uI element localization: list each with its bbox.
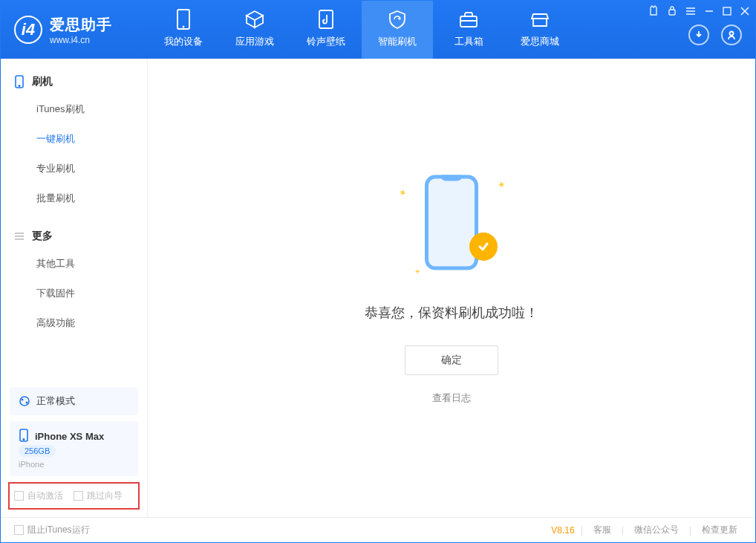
- sidebar-item-oneclick-flash[interactable]: 一键刷机: [1, 124, 147, 154]
- shield-sync-icon: [362, 7, 433, 32]
- svg-rect-3: [460, 16, 477, 27]
- success-message: 恭喜您，保资料刷机成功啦！: [365, 304, 538, 322]
- device-box[interactable]: iPhone XS Max 256GB iPhone: [10, 421, 138, 476]
- sidebar-item-advanced[interactable]: 高级功能: [1, 308, 147, 338]
- svg-point-1: [183, 26, 185, 28]
- footer: 阻止iTunes运行 V8.16 | 客服 | 微信公众号 | 检查更新: [1, 517, 755, 542]
- sparkle-icon: ✦: [397, 185, 409, 199]
- svg-point-22: [23, 439, 25, 440]
- sidebar-section-flash: 刷机: [1, 69, 147, 94]
- device-capacity: 256GB: [19, 445, 56, 457]
- device-phone-icon: [19, 429, 29, 442]
- mode-label: 正常模式: [36, 394, 75, 408]
- sidebar-section-more: 更多: [1, 224, 147, 249]
- svg-rect-2: [319, 10, 333, 28]
- footer-link-support[interactable]: 客服: [589, 524, 616, 536]
- sidebar-item-other-tools[interactable]: 其他工具: [1, 249, 147, 279]
- svg-point-18: [20, 397, 29, 406]
- sparkle-icon: ✦: [496, 178, 508, 192]
- logo-icon: i4: [14, 16, 42, 44]
- cube-icon: [219, 7, 290, 32]
- list-icon: [14, 231, 25, 241]
- app-header: i4 爱思助手 www.i4.cn 我的设备 应用游戏 铃声壁纸 智能刷机 工具…: [1, 1, 755, 59]
- sidebar-item-pro-flash[interactable]: 专业刷机: [1, 154, 147, 183]
- footer-link-wechat[interactable]: 微信公众号: [630, 524, 683, 536]
- version-label: V8.16: [551, 525, 574, 536]
- view-log-link[interactable]: 查看日志: [432, 391, 471, 405]
- app-title: 爱思助手: [50, 15, 112, 35]
- svg-point-12: [730, 32, 734, 36]
- nav-toolbox[interactable]: 工具箱: [433, 1, 504, 59]
- svg-point-14: [19, 85, 20, 87]
- nav-store[interactable]: 爱思商城: [504, 1, 576, 59]
- checkbox-skip-wizard[interactable]: 跳过向导: [74, 490, 123, 502]
- phone-graphic: [425, 175, 478, 270]
- menu-icon[interactable]: [685, 5, 696, 19]
- sidebar-item-itunes-flash[interactable]: iTunes刷机: [1, 94, 147, 124]
- download-button[interactable]: [688, 25, 709, 45]
- sidebar-item-batch-flash[interactable]: 批量刷机: [1, 183, 147, 213]
- sidebar-item-download-firmware[interactable]: 下载固件: [1, 279, 147, 308]
- svg-rect-9: [723, 7, 731, 15]
- shirt-icon[interactable]: [648, 5, 659, 19]
- sparkle-icon: ✦: [414, 267, 420, 276]
- checkbox-prevent-itunes[interactable]: 阻止iTunes运行: [14, 524, 90, 536]
- music-file-icon: [290, 7, 362, 32]
- footer-link-update[interactable]: 检查更新: [697, 524, 742, 536]
- window-controls: [648, 5, 749, 19]
- options-highlight-box: 自动激活 跳过向导: [8, 482, 140, 510]
- logo: i4 爱思助手 www.i4.cn: [1, 15, 148, 45]
- minimize-button[interactable]: [705, 5, 714, 19]
- nav-my-device[interactable]: 我的设备: [148, 1, 219, 59]
- sidebar: 刷机 iTunes刷机 一键刷机 专业刷机 批量刷机 更多 其他工具 下载固件 …: [1, 59, 148, 517]
- user-button[interactable]: [721, 25, 742, 45]
- svg-point-20: [26, 402, 28, 404]
- svg-rect-4: [669, 10, 675, 15]
- store-icon: [504, 7, 576, 32]
- success-illustration: ✦ ✦ ✦: [392, 172, 511, 283]
- device-icon: [148, 7, 219, 32]
- nav-smart-flash[interactable]: 智能刷机: [362, 1, 433, 59]
- maximize-button[interactable]: [723, 5, 731, 19]
- check-badge-icon: [469, 233, 498, 261]
- lock-icon[interactable]: [668, 5, 677, 19]
- svg-point-19: [22, 399, 24, 401]
- device-name: iPhone XS Max: [35, 431, 104, 442]
- nav-apps-games[interactable]: 应用游戏: [219, 1, 290, 59]
- checkbox-auto-activate[interactable]: 自动激活: [14, 490, 63, 502]
- phone-icon: [14, 75, 25, 88]
- mode-box: 正常模式: [10, 387, 138, 415]
- nav-ringtones[interactable]: 铃声壁纸: [290, 1, 362, 59]
- toolbox-icon: [433, 7, 504, 32]
- close-button[interactable]: [740, 5, 749, 19]
- main-content: ✦ ✦ ✦ 恭喜您，保资料刷机成功啦！ 确定 查看日志: [148, 59, 755, 517]
- device-type: iPhone: [19, 460, 129, 469]
- mode-icon: [19, 395, 30, 407]
- app-subtitle: www.i4.cn: [50, 35, 112, 45]
- ok-button[interactable]: 确定: [405, 345, 498, 375]
- top-nav: 我的设备 应用游戏 铃声壁纸 智能刷机 工具箱 爱思商城: [148, 1, 576, 59]
